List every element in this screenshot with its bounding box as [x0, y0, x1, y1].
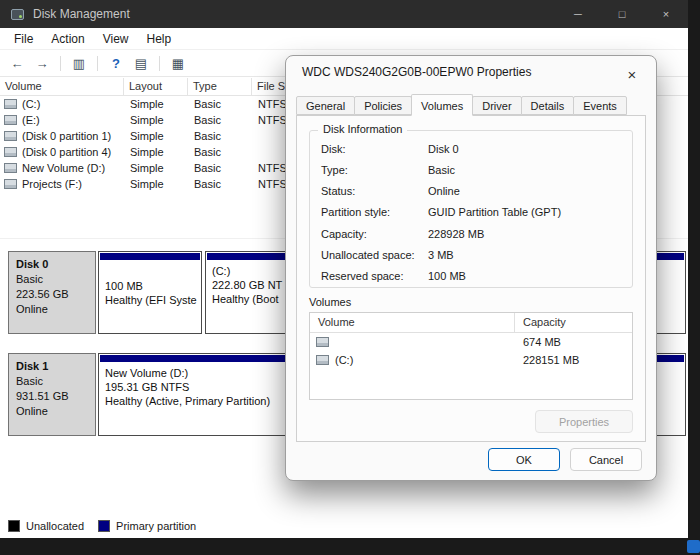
volume-layout: Simple [124, 178, 188, 190]
partition-color-strip [100, 253, 200, 260]
help-icon[interactable]: ? [107, 56, 125, 71]
volume-name: (C:) [335, 354, 353, 366]
volume-icon [4, 163, 17, 173]
volume-icon [316, 337, 329, 347]
forward-icon[interactable]: → [33, 56, 51, 71]
column-header-type[interactable]: Type [188, 78, 252, 95]
menu-help[interactable]: Help [138, 32, 181, 46]
volume-layout: Simple [124, 98, 188, 110]
toolbar-separator [60, 56, 61, 71]
volume-name: (E:) [22, 114, 40, 126]
field-value: 100 MB [428, 270, 466, 282]
table-row[interactable]: (C:) 228151 MB [310, 351, 632, 369]
volume-capacity: 674 MB [515, 336, 632, 348]
field-value: 3 MB [428, 249, 454, 261]
column-header-volume[interactable]: Volume [0, 78, 124, 95]
volume-capacity: 228151 MB [515, 354, 632, 366]
volume-name: (Disk 0 partition 4) [22, 146, 111, 158]
tab-policies[interactable]: Policies [354, 96, 412, 115]
volume-layout: Simple [124, 130, 188, 142]
dialog-title: WDC WDS240G2G0B-00EPW0 Properties [302, 65, 531, 79]
legend-label: Unallocated [26, 520, 84, 532]
volume-name: (C:) [22, 98, 40, 110]
disk-status: Online [16, 302, 95, 317]
volume-name: (Disk 0 partition 1) [22, 130, 111, 142]
partition-size: 100 MB [105, 279, 201, 293]
field-label: Unallocated space: [321, 249, 415, 261]
field-label: Type: [321, 164, 348, 176]
volume-name: New Volume (D:) [22, 162, 105, 174]
field-value: Online [428, 185, 460, 197]
taskbar-icon[interactable] [687, 540, 700, 553]
toolbar-separator [97, 56, 98, 71]
field-value: GUID Partition Table (GPT) [428, 206, 561, 218]
app-icon [11, 9, 24, 20]
field-value: Disk 0 [428, 143, 459, 155]
partition-status: Healthy (EFI Syste [105, 293, 201, 307]
volume-layout: Simple [124, 162, 188, 174]
close-button[interactable]: × [644, 0, 688, 28]
maximize-button[interactable]: □ [600, 0, 644, 28]
volume-icon [4, 179, 17, 189]
disk-header[interactable]: Disk 0 Basic 223.56 GB Online [8, 251, 96, 334]
volume-type: Basic [188, 98, 252, 110]
volume-type: Basic [188, 162, 252, 174]
disk-type: Basic [16, 272, 95, 287]
partition-block[interactable]: 100 MB Healthy (EFI Syste [98, 251, 202, 334]
action-pane-icon[interactable]: ▤ [132, 56, 150, 71]
tab-general[interactable]: General [296, 96, 355, 115]
volume-layout: Simple [124, 146, 188, 158]
disk-name: Disk 1 [16, 358, 95, 374]
disk-view-icon[interactable]: ▦ [169, 56, 187, 71]
tab-details[interactable]: Details [521, 96, 575, 115]
tab-volumes[interactable]: Volumes [411, 94, 473, 116]
tab-events[interactable]: Events [573, 96, 627, 115]
volume-name: Projects (F:) [22, 178, 82, 190]
disk-information-groupbox: Disk Information Disk: Disk 0 Type: Basi… [309, 130, 633, 288]
disk-size: 931.51 GB [16, 389, 95, 404]
field-value: Basic [428, 164, 455, 176]
volume-icon [4, 115, 17, 125]
legend-item-primary-partition: Primary partition [98, 520, 196, 532]
tab-driver[interactable]: Driver [472, 96, 521, 115]
dialog-tabs: General Policies Volumes Driver Details … [296, 94, 626, 115]
volumes-table-header: Volume Capacity [310, 313, 632, 333]
field-value: 228928 MB [428, 228, 484, 240]
column-header-volume: Volume [310, 313, 515, 332]
volume-layout: Simple [124, 114, 188, 126]
field-label: Reserved space: [321, 270, 404, 282]
titlebar[interactable]: Disk Management ─ □ × [0, 0, 688, 28]
volume-type: Basic [188, 178, 252, 190]
dialog-close-icon[interactable]: × [618, 62, 646, 86]
menu-file[interactable]: File [5, 32, 42, 46]
column-header-capacity: Capacity [515, 313, 632, 332]
menu-bar: File Action View Help [0, 28, 688, 50]
menu-action[interactable]: Action [42, 32, 93, 46]
ok-button[interactable]: OK [488, 448, 560, 471]
table-row[interactable]: 674 MB [310, 333, 632, 351]
legend-item-unallocated: Unallocated [8, 520, 84, 532]
volume-type: Basic [188, 146, 252, 158]
legend-label: Primary partition [116, 520, 196, 532]
cancel-button[interactable]: Cancel [570, 448, 642, 471]
unallocated-swatch [8, 520, 20, 532]
volume-type: Basic [188, 130, 252, 142]
minimize-button[interactable]: ─ [556, 0, 600, 28]
desktop-background: Disk Management ─ □ × File Action View H… [0, 0, 700, 555]
volume-icon [4, 99, 17, 109]
menu-view[interactable]: View [94, 32, 138, 46]
disk-size: 223.56 GB [16, 287, 95, 302]
field-label: Partition style: [321, 206, 390, 218]
primary-partition-swatch [98, 520, 110, 532]
properties-button[interactable]: Properties [535, 410, 633, 433]
disk-header[interactable]: Disk 1 Basic 931.51 GB Online [8, 353, 96, 436]
volumes-tab-panel: Disk Information Disk: Disk 0 Type: Basi… [296, 115, 646, 442]
volume-type: Basic [188, 114, 252, 126]
field-label: Capacity: [321, 228, 367, 240]
column-header-layout[interactable]: Layout [124, 78, 188, 95]
groupbox-heading: Disk Information [318, 123, 407, 135]
properties-dialog: WDC WDS240G2G0B-00EPW0 Properties × Gene… [285, 55, 657, 481]
back-icon[interactable]: ← [8, 56, 26, 71]
window-controls: ─ □ × [556, 0, 688, 28]
console-tree-icon[interactable]: ▥ [70, 56, 88, 71]
